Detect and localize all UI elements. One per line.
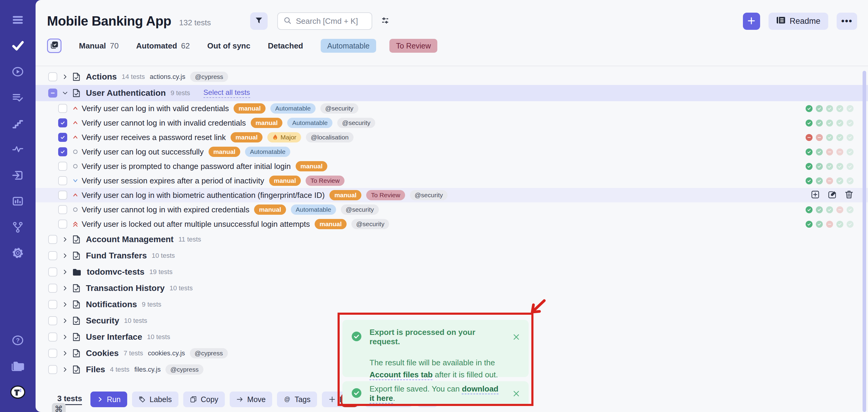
- chevron-right-icon[interactable]: [62, 285, 68, 291]
- row-checkbox[interactable]: [58, 191, 67, 200]
- suite-name[interactable]: User Interface: [86, 332, 142, 342]
- test-title[interactable]: Verify user is prompted to change passwo…: [82, 162, 291, 171]
- filter-button[interactable]: [250, 12, 268, 30]
- tab-out-of-sync[interactable]: Out of sync: [207, 41, 250, 50]
- test-row[interactable]: Verify user is locked out after multiple…: [36, 217, 868, 231]
- test-title[interactable]: Verify user can log in with biometric au…: [82, 191, 324, 200]
- row-checkbox[interactable]: [48, 300, 57, 309]
- suite-name[interactable]: Cookies: [86, 348, 119, 358]
- sidebar-item-help[interactable]: ?: [8, 331, 27, 349]
- test-row[interactable]: Verify user can log in with biometric au…: [36, 188, 868, 202]
- test-title[interactable]: Verify user cannot log in with expired c…: [82, 205, 249, 214]
- test-row[interactable]: Verify user is prompted to change passwo…: [36, 159, 868, 173]
- add-button[interactable]: [743, 13, 760, 30]
- row-checkbox[interactable]: [48, 89, 57, 98]
- chevron-down-icon[interactable]: [62, 90, 68, 96]
- move-button[interactable]: Move: [230, 391, 272, 407]
- row-checkbox[interactable]: [48, 365, 57, 374]
- suite-row[interactable]: Fund Transfers10 tests: [36, 247, 868, 264]
- suite-name[interactable]: User Authentication: [86, 88, 166, 98]
- sidebar-item-defects[interactable]: [8, 140, 27, 159]
- select-all-tests-link[interactable]: Select all tests: [204, 88, 250, 98]
- search-box[interactable]: [277, 12, 372, 30]
- tab-automated[interactable]: Automated 62: [136, 41, 190, 50]
- chevron-right-icon[interactable]: [62, 253, 68, 259]
- row-checkbox[interactable]: [58, 104, 67, 113]
- sidebar-item-traceability[interactable]: [8, 218, 27, 236]
- sidebar-item-test-runs[interactable]: [8, 63, 27, 81]
- row-checkbox[interactable]: [58, 219, 67, 229]
- row-checkbox[interactable]: [48, 316, 57, 325]
- chevron-right-icon[interactable]: [62, 236, 68, 242]
- test-title[interactable]: Verify user can log in with valid creden…: [82, 104, 229, 113]
- account-files-tab-link[interactable]: Account files tab: [370, 370, 433, 380]
- sidebar-item-projects[interactable]: [8, 357, 27, 375]
- test-row[interactable]: Verify user cannot log in with expired c…: [36, 202, 868, 217]
- row-checkbox[interactable]: [58, 205, 67, 214]
- test-title[interactable]: Verify user is locked out after multiple…: [82, 219, 310, 229]
- suite-row[interactable]: todomvc-tests19 tests: [36, 264, 868, 280]
- test-row[interactable]: Verify user session expires after a peri…: [36, 173, 868, 188]
- chevron-right-icon[interactable]: [62, 269, 68, 275]
- row-checkbox[interactable]: [48, 349, 57, 358]
- suite-name[interactable]: todomvc-tests: [87, 267, 144, 277]
- sidebar-item-reports[interactable]: [8, 192, 27, 210]
- row-checkbox[interactable]: [48, 235, 57, 244]
- row-checkbox[interactable]: [48, 284, 57, 293]
- select-all-button[interactable]: [47, 39, 61, 53]
- test-row[interactable]: Verify user can log out successfullymanu…: [36, 144, 868, 159]
- tab-manual[interactable]: Manual 70: [79, 41, 119, 50]
- test-title[interactable]: Verify user cannot log in with invalid c…: [82, 118, 246, 128]
- row-checkbox[interactable]: [48, 72, 57, 81]
- copy-button[interactable]: Copy: [183, 391, 225, 407]
- add-result-icon[interactable]: [811, 190, 820, 200]
- test-row[interactable]: Verify user can log in with valid creden…: [36, 101, 868, 116]
- readme-button[interactable]: Readme: [769, 13, 828, 30]
- test-row[interactable]: Verify user cannot log in with invalid c…: [36, 116, 868, 130]
- run-button[interactable]: Run: [90, 391, 127, 407]
- suite-name[interactable]: Account Management: [86, 235, 174, 244]
- close-icon[interactable]: [513, 333, 520, 341]
- suite-name[interactable]: Notifications: [86, 300, 137, 309]
- test-title[interactable]: Verify user receives a password reset li…: [82, 133, 226, 142]
- suite-name[interactable]: Files: [86, 365, 105, 374]
- row-checkbox[interactable]: [48, 268, 57, 276]
- tags-button[interactable]: @Tags: [277, 391, 317, 407]
- chevron-right-icon[interactable]: [62, 318, 68, 324]
- row-checkbox[interactable]: [58, 133, 67, 142]
- sidebar-item-user-avatar[interactable]: [8, 383, 27, 401]
- sidebar-item-milestones[interactable]: [8, 114, 27, 133]
- sidebar-item-test-plans[interactable]: [8, 89, 27, 107]
- row-checkbox[interactable]: [58, 118, 67, 127]
- chevron-right-icon[interactable]: [62, 302, 68, 308]
- filter-pill-review[interactable]: To Review: [390, 39, 437, 53]
- suite-row[interactable]: Transaction History10 tests: [36, 280, 868, 296]
- row-checkbox[interactable]: [58, 176, 67, 185]
- chevron-right-icon[interactable]: [62, 350, 68, 356]
- suite-row[interactable]: User Authentication9 testsSelect all tes…: [36, 85, 868, 101]
- filter-pill-automatable[interactable]: Automatable: [321, 39, 376, 53]
- chevron-right-icon[interactable]: [62, 334, 68, 340]
- sliders-icon[interactable]: [380, 15, 390, 27]
- suite-row[interactable]: Account Management11 tests: [36, 231, 868, 247]
- row-checkbox[interactable]: [58, 162, 67, 171]
- sidebar-item-settings[interactable]: [8, 244, 27, 262]
- chevron-right-icon[interactable]: [62, 367, 68, 373]
- suite-name[interactable]: Transaction History: [86, 283, 164, 293]
- row-checkbox[interactable]: [48, 333, 57, 342]
- sidebar-item-imports[interactable]: [8, 166, 27, 184]
- header-more-button[interactable]: •••: [837, 13, 857, 30]
- row-checkbox[interactable]: [48, 251, 57, 260]
- suite-name[interactable]: Fund Transfers: [86, 251, 147, 261]
- suite-row[interactable]: Notifications9 tests: [36, 296, 868, 313]
- test-title[interactable]: Verify user can log out successfully: [82, 147, 204, 157]
- suite-name[interactable]: Actions: [86, 72, 117, 81]
- test-row[interactable]: Verify user receives a password reset li…: [36, 130, 868, 144]
- chevron-right-icon[interactable]: [62, 74, 68, 80]
- tab-detached[interactable]: Detached: [268, 41, 303, 50]
- close-icon[interactable]: [513, 390, 520, 398]
- labels-button[interactable]: Labels: [132, 391, 179, 407]
- suite-row[interactable]: Actions14 testsactions.cy.js@cypress: [36, 69, 868, 85]
- edit-icon[interactable]: [828, 190, 837, 200]
- search-input[interactable]: [296, 16, 366, 26]
